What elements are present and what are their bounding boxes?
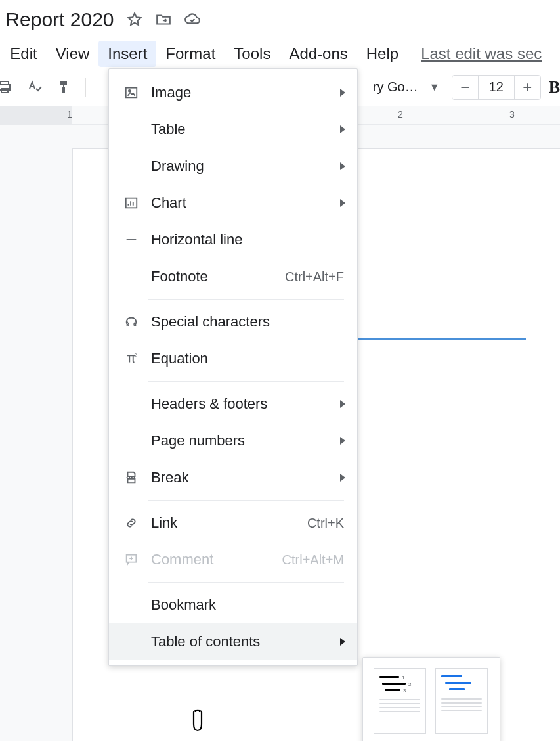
cloud-status-icon[interactable]: [184, 11, 201, 28]
insert-dropdown: Image Table Drawing Chart Horizontal lin…: [108, 68, 358, 666]
submenu-arrow-icon: [340, 437, 345, 445]
insert-link[interactable]: Link Ctrl+K: [109, 505, 357, 541]
menu-edit[interactable]: Edit: [1, 41, 46, 67]
insert-page-numbers[interactable]: Page numbers: [109, 422, 357, 459]
toc-submenu: 1 2 3: [362, 657, 500, 741]
insert-image-label: Image: [151, 84, 344, 101]
break-label: Break: [151, 469, 344, 486]
comment-icon: [122, 550, 140, 569]
insert-table-label: Table: [151, 121, 344, 138]
insert-footnote-label: Footnote: [151, 268, 285, 285]
ruler-mark-2: 2: [398, 109, 403, 120]
ruler-mark-3: 3: [509, 109, 515, 120]
spellcheck-icon[interactable]: [24, 76, 46, 99]
submenu-arrow-icon: [340, 199, 345, 207]
comment-shortcut: Ctrl+Alt+M: [282, 552, 344, 568]
menu-format[interactable]: Format: [156, 41, 225, 67]
chart-icon: [122, 194, 140, 212]
insert-comment: Comment Ctrl+Alt+M: [109, 541, 357, 578]
insert-bookmark[interactable]: Bookmark: [109, 587, 357, 623]
submenu-arrow-icon: [340, 89, 345, 97]
bookmark-label: Bookmark: [151, 596, 344, 614]
blank-icon: [122, 633, 140, 651]
star-icon[interactable]: [126, 11, 143, 28]
menu-separator: [148, 500, 344, 501]
blank-icon: [122, 267, 140, 286]
svg-text:2: 2: [135, 353, 137, 357]
menu-addons[interactable]: Add-ons: [280, 41, 356, 67]
insert-drawing-label: Drawing: [151, 158, 344, 175]
font-family-select[interactable]: ry Go…: [373, 79, 425, 95]
menu-separator: [148, 582, 344, 583]
menu-separator: [148, 381, 344, 382]
image-icon: [122, 83, 140, 102]
document-title[interactable]: onthly Report 2020: [0, 9, 114, 31]
omega-icon: [122, 313, 140, 331]
print-icon[interactable]: [0, 76, 16, 99]
blank-icon: [122, 395, 140, 413]
font-size-box: − 12 +: [452, 75, 541, 100]
blank-icon: [122, 157, 140, 175]
insert-image[interactable]: Image: [109, 74, 357, 111]
ruler-mark-1: 1: [67, 109, 72, 120]
font-size-decrease-button[interactable]: −: [452, 76, 479, 99]
footnote-shortcut: Ctrl+Alt+F: [285, 269, 344, 284]
menubar: e Edit View Insert Format Tools Add-ons …: [0, 39, 560, 68]
menu-view[interactable]: View: [47, 41, 99, 67]
equation-label: Equation: [151, 350, 344, 367]
move-to-folder-icon[interactable]: [155, 11, 172, 28]
menu-help[interactable]: Help: [357, 41, 408, 67]
blank-icon: [122, 120, 140, 139]
menu-insert[interactable]: Insert: [98, 41, 156, 67]
link-icon: [122, 514, 140, 532]
special-chars-label: Special characters: [151, 313, 344, 330]
page-break-icon: [122, 468, 140, 487]
insert-equation[interactable]: 2 Equation: [109, 340, 357, 377]
insert-table[interactable]: Table: [109, 111, 357, 148]
toc-option-page-numbers[interactable]: 1 2 3: [374, 668, 426, 734]
submenu-arrow-icon: [340, 474, 345, 482]
toc-option-blue-links[interactable]: [435, 668, 488, 734]
insert-footnote[interactable]: Footnote Ctrl+Alt+F: [109, 258, 357, 295]
menu-separator: [148, 299, 344, 300]
svg-rect-3: [126, 88, 137, 98]
insert-table-of-contents[interactable]: Table of contents: [109, 623, 357, 660]
title-row: onthly Report 2020: [0, 0, 560, 39]
insert-special-characters[interactable]: Special characters: [109, 303, 357, 340]
submenu-arrow-icon: [340, 638, 345, 646]
insert-break[interactable]: Break: [109, 459, 357, 496]
svg-point-4: [129, 90, 131, 92]
font-size-increase-button[interactable]: +: [514, 76, 540, 99]
submenu-arrow-icon: [340, 162, 345, 170]
menu-tools[interactable]: Tools: [225, 41, 280, 67]
comment-label: Comment: [151, 551, 282, 568]
blank-icon: [122, 432, 140, 450]
toolbar-separator: [85, 78, 86, 97]
insert-drawing[interactable]: Drawing: [109, 148, 357, 185]
last-edit-link[interactable]: Last edit was sec: [421, 45, 542, 63]
mouse-cursor-icon: [187, 708, 209, 737]
insert-headers-footers[interactable]: Headers & footers: [109, 386, 357, 422]
link-label: Link: [151, 514, 307, 531]
headers-footers-label: Headers & footers: [151, 395, 344, 413]
link-shortcut: Ctrl+K: [307, 516, 344, 531]
insert-chart[interactable]: Chart: [109, 185, 357, 221]
blank-icon: [122, 596, 140, 614]
submenu-arrow-icon: [340, 400, 345, 408]
ruler-margin: [0, 106, 72, 124]
insert-chart-label: Chart: [151, 194, 344, 212]
horizontal-line-icon: [122, 231, 140, 249]
toc-label: Table of contents: [151, 633, 344, 650]
paint-format-icon[interactable]: [54, 76, 76, 99]
insert-horizontal-line[interactable]: Horizontal line: [109, 221, 357, 258]
chevron-down-icon[interactable]: ▼: [429, 81, 440, 93]
page-numbers-label: Page numbers: [151, 432, 344, 449]
font-size-value[interactable]: 12: [479, 79, 514, 95]
insert-hr-label: Horizontal line: [151, 231, 344, 248]
pi-icon: 2: [122, 349, 140, 368]
bold-button[interactable]: B: [549, 78, 560, 97]
submenu-arrow-icon: [340, 125, 345, 133]
